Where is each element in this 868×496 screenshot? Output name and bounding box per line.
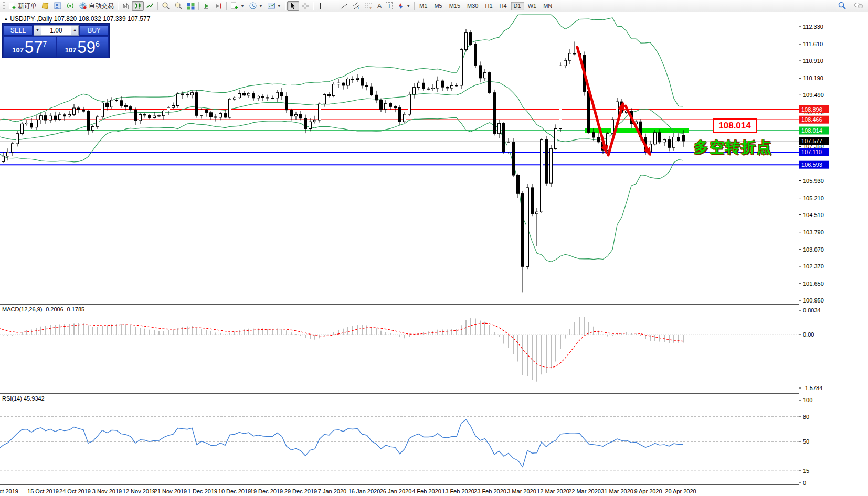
templates-button[interactable]: ▼ bbox=[265, 1, 283, 11]
svg-text:112.330: 112.330 bbox=[803, 24, 823, 30]
globe-icon bbox=[79, 2, 87, 10]
chat-icon[interactable] bbox=[852, 1, 866, 10]
periods-button[interactable]: ▼ bbox=[247, 1, 265, 11]
date-axis: 6 Oct 201915 Oct 201924 Oct 20193 Nov 20… bbox=[0, 488, 696, 494]
svg-text:80: 80 bbox=[803, 414, 809, 420]
trendline-button[interactable] bbox=[338, 1, 350, 11]
svg-text:100: 100 bbox=[803, 397, 812, 403]
main-toolbar: 新订单 自动交易 bbox=[0, 0, 868, 12]
volume-increase-button[interactable]: ▲ bbox=[71, 25, 79, 36]
svg-text:102.370: 102.370 bbox=[803, 263, 824, 269]
user-document-icon[interactable] bbox=[51, 1, 64, 11]
price-panel-layer bbox=[0, 15, 799, 292]
new-order-icon bbox=[8, 2, 16, 10]
svg-text:10 Dec 2019: 10 Dec 2019 bbox=[218, 488, 251, 494]
svg-text:3 Mar 2020: 3 Mar 2020 bbox=[507, 488, 536, 494]
timeframe-mn[interactable]: MN bbox=[540, 2, 555, 10]
svg-text:103.070: 103.070 bbox=[803, 246, 824, 253]
svg-text:E: E bbox=[358, 6, 361, 10]
svg-text:110.910: 110.910 bbox=[803, 58, 823, 64]
crosshair-button[interactable] bbox=[299, 1, 311, 11]
macd-values: -0.2006 -0.1785 bbox=[44, 306, 84, 312]
zoom-out-button[interactable] bbox=[172, 1, 185, 11]
timeframe-h1[interactable]: H1 bbox=[482, 2, 495, 10]
rsi-layer bbox=[0, 417, 799, 471]
svg-text:-1.5784: -1.5784 bbox=[803, 385, 822, 391]
svg-text:26 Jan 2020: 26 Jan 2020 bbox=[380, 488, 412, 494]
yellow-note-icon[interactable] bbox=[39, 1, 51, 11]
vertical-line-button[interactable] bbox=[315, 1, 326, 11]
signal-waves-icon[interactable] bbox=[64, 1, 77, 11]
svg-text:106.593: 106.593 bbox=[801, 161, 822, 168]
candlestick-chart-button[interactable] bbox=[132, 1, 144, 11]
equidistant-channel-button[interactable]: E bbox=[350, 1, 363, 11]
svg-text:104.510: 104.510 bbox=[803, 212, 824, 218]
line-chart-button[interactable] bbox=[144, 1, 156, 11]
svg-text:12 Nov 2019: 12 Nov 2019 bbox=[123, 488, 155, 494]
svg-text:101.650: 101.650 bbox=[803, 281, 824, 287]
new-order-button[interactable]: 新订单 bbox=[6, 1, 39, 11]
svg-text:0.00: 0.00 bbox=[803, 331, 814, 338]
svg-text:9 Apr 2020: 9 Apr 2020 bbox=[634, 488, 662, 494]
svg-text:3 Nov 2019: 3 Nov 2019 bbox=[92, 488, 122, 494]
cursor-button[interactable] bbox=[287, 1, 299, 11]
timeframe-d1[interactable]: D1 bbox=[511, 2, 524, 10]
volume-input[interactable] bbox=[41, 25, 71, 36]
svg-text:108.466: 108.466 bbox=[801, 116, 822, 123]
svg-text:103.790: 103.790 bbox=[803, 229, 824, 235]
macd-label: MACD(12,26,9) -0.2006 -0.1785 bbox=[2, 306, 84, 312]
text-label-button[interactable]: T bbox=[384, 1, 395, 11]
chart-canvas[interactable]: 112.330111.610110.910110.190109.490108.7… bbox=[0, 0, 868, 496]
horizontal-line-button[interactable] bbox=[326, 1, 338, 11]
timeframe-h4[interactable]: H4 bbox=[496, 2, 510, 10]
zoom-in-button[interactable] bbox=[160, 1, 172, 11]
chart-shift-button[interactable] bbox=[213, 1, 225, 11]
svg-text:105.210: 105.210 bbox=[803, 195, 824, 201]
svg-text:110.190: 110.190 bbox=[803, 75, 823, 81]
one-click-trading-panel: SELL ▼ ▲ BUY 107577 107596 bbox=[2, 23, 110, 58]
svg-text:111.610: 111.610 bbox=[803, 41, 823, 47]
indicators-button[interactable]: ▼ bbox=[228, 1, 247, 11]
svg-text:21 Nov 2019: 21 Nov 2019 bbox=[154, 488, 187, 494]
svg-text:107.577: 107.577 bbox=[801, 138, 822, 144]
svg-text:24 Oct 2019: 24 Oct 2019 bbox=[59, 488, 91, 494]
buy-price[interactable]: 107596 bbox=[57, 37, 109, 57]
autotrading-button[interactable]: 自动交易 bbox=[77, 1, 116, 11]
arrows-tool-button[interactable]: ▼ bbox=[395, 1, 412, 11]
sell-price[interactable]: 107577 bbox=[4, 37, 56, 57]
auto-scroll-button[interactable] bbox=[200, 1, 213, 11]
rsi-line bbox=[0, 419, 683, 467]
svg-text:15 Oct 2019: 15 Oct 2019 bbox=[27, 488, 59, 494]
svg-text:19 Dec 2019: 19 Dec 2019 bbox=[250, 488, 283, 494]
timeframe-m15[interactable]: M15 bbox=[446, 2, 463, 10]
timeframe-m30[interactable]: M30 bbox=[464, 2, 481, 10]
timeframe-m1[interactable]: M1 bbox=[416, 2, 430, 10]
volume-decrease-button[interactable]: ▼ bbox=[34, 25, 41, 36]
timeframe-w1[interactable]: W1 bbox=[525, 2, 540, 10]
svg-text:15: 15 bbox=[803, 468, 809, 474]
turning-point-note: 多空转折点 bbox=[694, 137, 772, 157]
svg-text:20 Apr 2020: 20 Apr 2020 bbox=[665, 488, 696, 494]
fibonacci-button[interactable]: F bbox=[363, 1, 375, 11]
collapse-triangle-icon[interactable]: ▲ bbox=[4, 16, 8, 21]
text-button[interactable]: A bbox=[375, 1, 384, 11]
chart-title: ▲ USDJPY-,Daily 107.820 108.032 107.339 … bbox=[4, 15, 150, 23]
search-icon[interactable] bbox=[835, 1, 849, 10]
svg-text:13 Feb 2020: 13 Feb 2020 bbox=[442, 488, 474, 494]
svg-text:23 Feb 2020: 23 Feb 2020 bbox=[474, 488, 506, 494]
bar-chart-button[interactable] bbox=[120, 1, 132, 11]
buy-button[interactable]: BUY bbox=[80, 25, 109, 36]
svg-text:109.490: 109.490 bbox=[803, 92, 824, 98]
svg-text:7 Jan 2020: 7 Jan 2020 bbox=[318, 488, 346, 494]
svg-text:105.930: 105.930 bbox=[803, 178, 824, 184]
tile-windows-button[interactable] bbox=[185, 1, 197, 11]
svg-text:12 Mar 2020: 12 Mar 2020 bbox=[537, 488, 569, 494]
svg-text:108.896: 108.896 bbox=[801, 106, 822, 113]
sell-button[interactable]: SELL bbox=[4, 25, 33, 36]
trend-arrow-1 bbox=[577, 47, 606, 152]
svg-text:0.8034: 0.8034 bbox=[803, 307, 821, 314]
svg-text:1 Dec 2019: 1 Dec 2019 bbox=[188, 488, 217, 494]
toolbar-grip[interactable] bbox=[3, 2, 5, 10]
timeframe-m5[interactable]: M5 bbox=[431, 2, 445, 10]
volume-stepper: ▼ ▲ bbox=[34, 25, 79, 36]
